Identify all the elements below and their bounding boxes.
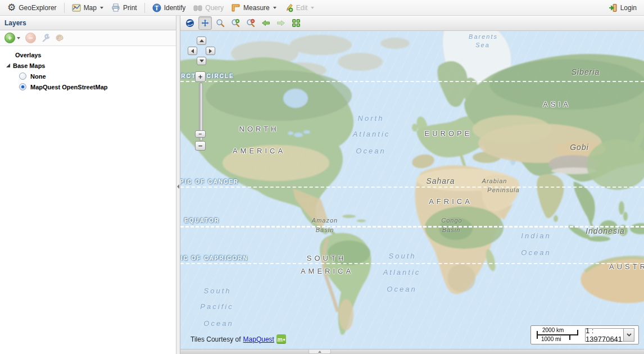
arrow-up-icon — [199, 39, 204, 42]
identify-button[interactable]: Identify — [149, 2, 189, 13]
collapse-left-icon[interactable] — [177, 184, 179, 189]
world-map-tiles — [180, 31, 644, 349]
pan-right-button[interactable] — [206, 47, 215, 55]
scale-ratio-combobox[interactable]: 1 : 139770641 — [585, 328, 634, 342]
arrow-down-icon — [199, 60, 204, 62]
door-arrow-icon — [609, 3, 618, 12]
combo-dropdown-button[interactable] — [623, 329, 634, 341]
chevron-down-icon — [627, 333, 632, 337]
tree-node-base-maps[interactable]: Base Maps — [0, 60, 176, 71]
scale-km-label: 2000 km — [542, 327, 564, 333]
app-toolbar: ⚙ GeoExplorer Map Print Identify — [0, 0, 644, 16]
zoom-slider-handle[interactable]: − — [195, 130, 206, 138]
app-title: GeoExplorer — [19, 4, 56, 12]
edit-label: Edit — [296, 4, 308, 12]
edit-menu-button: Edit — [281, 2, 318, 13]
geoexplorer-button[interactable]: ⚙ GeoExplorer — [4, 2, 60, 13]
pan-left-button[interactable] — [188, 47, 197, 55]
measure-menu-button[interactable]: Measure — [228, 2, 280, 13]
pan-tool-button[interactable] — [198, 16, 212, 30]
south-panel-strip — [180, 349, 644, 354]
layers-tree: Overlays Base Maps NoneMapQuest OpenStre… — [0, 46, 176, 92]
print-button[interactable]: Print — [108, 2, 140, 13]
scale-bar-line — [537, 334, 578, 335]
zoom-out-box-icon — [246, 19, 255, 28]
zoom-in-box-icon — [231, 19, 240, 28]
map-menu-button[interactable]: Map — [69, 2, 107, 13]
map-panel: ARCTIC CIRCLETROPIC OF CANCEREQUATORTROP… — [180, 16, 644, 354]
pan-icon — [201, 19, 210, 28]
previous-extent-button[interactable] — [259, 16, 273, 30]
login-label: Login — [620, 4, 637, 12]
mapquest-link[interactable]: MapQuest — [243, 335, 274, 343]
max-extent-button[interactable] — [289, 16, 303, 30]
identify-label: Identify — [164, 4, 186, 12]
zoom-icon — [216, 19, 225, 28]
arrow-right-icon — [209, 49, 212, 53]
layers-panel-header: Layers — [0, 16, 176, 30]
scale-bar-tick — [537, 331, 538, 339]
query-label: Query — [205, 4, 224, 12]
query-button: Query — [190, 2, 227, 13]
ruler-square-icon — [232, 3, 241, 12]
info-circle-icon — [152, 3, 161, 12]
tree-node-overlays[interactable]: Overlays — [0, 49, 176, 60]
google-earth-icon — [185, 19, 194, 28]
scale-widget: 2000 km 1000 mi 1 : 139770641 — [530, 325, 639, 344]
latitude-line-arctic-circle — [180, 81, 644, 82]
toolbar-separator — [144, 3, 145, 13]
map-menu-label: Map — [84, 4, 97, 12]
binoculars-icon — [193, 3, 202, 12]
latitude-line-tropic-of-cancer — [180, 187, 644, 188]
chevron-down-icon — [273, 7, 276, 9]
chevron-down-icon — [311, 7, 314, 9]
expand-up-icon — [318, 351, 321, 353]
south-panel-expand-handle[interactable] — [309, 350, 331, 354]
toolbar-separator — [64, 3, 65, 13]
base-map-option[interactable]: MapQuest OpenStreetMap — [0, 81, 176, 92]
google-earth-button[interactable] — [183, 16, 197, 30]
base-map-option-label: MapQuest OpenStreetMap — [30, 84, 108, 90]
folded-map-icon — [72, 3, 81, 12]
login-button[interactable]: Login — [605, 2, 640, 13]
next-extent-icon — [276, 19, 285, 28]
base-map-option[interactable]: None — [0, 71, 176, 81]
printer-icon — [111, 3, 120, 12]
remove-layer-button: − — [25, 33, 36, 43]
layers-panel: Layers + − Overlays Base Maps NoneMapQue… — [0, 16, 176, 354]
zoom-in-button[interactable]: + — [195, 71, 206, 82]
radio-selected-icon[interactable] — [19, 83, 26, 90]
zoom-out-button[interactable]: − — [195, 141, 206, 151]
wrench-icon — [41, 34, 50, 43]
add-layer-button[interactable]: + — [4, 33, 20, 43]
gear-icon: ⚙ — [7, 3, 16, 12]
layers-panel-title: Layers — [4, 19, 26, 27]
zoom-tool-button[interactable] — [214, 16, 227, 30]
mapquest-logo-icon: m■ — [276, 334, 286, 344]
map-viewport[interactable]: ARCTIC CIRCLETROPIC OF CANCEREQUATORTROP… — [180, 31, 644, 349]
measure-label: Measure — [243, 4, 270, 12]
previous-extent-icon — [261, 19, 270, 28]
map-attribution: Tiles Courtesy of MapQuest m■ — [191, 334, 286, 344]
zoom-in-box-button[interactable] — [229, 16, 242, 30]
base-maps-label: Base Maps — [13, 62, 45, 69]
pencil-plus-icon — [284, 3, 293, 12]
pan-down-button[interactable] — [197, 57, 206, 65]
chevron-down-icon — [100, 7, 103, 9]
scale-ratio-value: 1 : 139770641 — [586, 329, 623, 341]
latitude-line-equator — [180, 226, 644, 228]
max-extent-icon — [292, 19, 301, 28]
arrow-left-icon — [191, 49, 194, 53]
chevron-down-icon — [17, 37, 20, 39]
map-toolbar — [180, 16, 644, 31]
print-label: Print — [123, 4, 137, 12]
next-extent-button — [274, 16, 288, 30]
tree-expander-icon[interactable] — [6, 63, 10, 67]
zoom-out-box-button[interactable] — [244, 16, 257, 30]
radio-icon[interactable] — [19, 72, 26, 80]
scale-mi-label: 1000 mi — [541, 336, 561, 342]
attribution-text: Tiles Courtesy of — [191, 335, 241, 343]
base-map-option-label: None — [30, 73, 46, 80]
pan-up-button[interactable] — [197, 37, 206, 45]
latitude-line-tropic-of-capricorn — [180, 263, 644, 264]
